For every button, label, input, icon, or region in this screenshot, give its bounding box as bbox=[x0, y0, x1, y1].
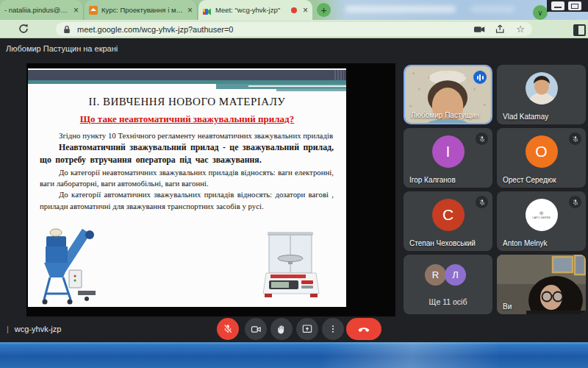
blurred-background-window bbox=[345, 6, 456, 13]
participant-tile-lyubomyr[interactable]: Любомир Пастущин bbox=[404, 65, 492, 124]
participant-tile-orest[interactable]: О Орест Середюк bbox=[497, 128, 586, 188]
slide-heading: Що таке неавтоматичний зважувальний прил… bbox=[28, 113, 346, 125]
camera-button[interactable] bbox=[245, 318, 267, 340]
end-call-button[interactable] bbox=[346, 318, 381, 340]
bookmark-star-icon[interactable]: ☆ bbox=[516, 24, 525, 35]
avatar-logo: ✳ CAPO-SERRE bbox=[526, 199, 558, 231]
tab-strip: - nataliia.pindus@nung.edu × Курс: Проек… bbox=[0, 0, 588, 20]
participant-tile-stepan[interactable]: С Степан Чеховський bbox=[404, 191, 492, 251]
laboratory-balance-image bbox=[260, 230, 322, 304]
participant-tile-vlad[interactable]: Vlad Katamay bbox=[497, 65, 586, 124]
reload-icon[interactable] bbox=[18, 23, 29, 35]
divider: | bbox=[7, 325, 9, 333]
close-icon[interactable]: × bbox=[74, 6, 79, 15]
blurred-background-window bbox=[470, 6, 514, 13]
tab-mail[interactable]: - nataliia.pindus@nung.edu × bbox=[0, 0, 84, 20]
slide-paragraph: До категорії неавтоматичних зважувальних… bbox=[40, 167, 334, 190]
slide-header-band bbox=[28, 70, 346, 80]
participant-tile-anton[interactable]: ✳ CAPO-SERRE Anton Melnyk bbox=[497, 191, 586, 251]
tab-label: Meet: "wcg-yhvk-jzp" bbox=[215, 6, 290, 14]
industrial-weighing-machine-image bbox=[37, 223, 110, 305]
participant-tile-others[interactable]: R Л Ще 11 осіб bbox=[404, 255, 492, 314]
participant-name: Любомир Пастущин bbox=[411, 111, 479, 119]
audio-level-icon bbox=[473, 71, 487, 84]
meet-favicon-icon bbox=[203, 6, 212, 15]
avatar: С bbox=[432, 199, 465, 231]
overflow-avatars: R Л bbox=[404, 264, 492, 286]
participant-name: Vlad Katamay bbox=[503, 113, 548, 121]
more-options-button[interactable] bbox=[322, 318, 344, 340]
participant-tile-ihor[interactable]: І Ігор Калганов bbox=[404, 128, 492, 188]
tab-course[interactable]: Курс: Проектування і метролог × bbox=[85, 0, 198, 20]
mic-off-icon bbox=[569, 132, 581, 145]
participant-name: Ви bbox=[503, 302, 512, 311]
browser-toolbar: meet.google.com/wcg-yhvk-jzp?authuser=0 … bbox=[0, 20, 588, 38]
others-count-label: Ще 11 осіб bbox=[404, 297, 492, 306]
mic-off-icon bbox=[569, 196, 581, 208]
raise-hand-button[interactable] bbox=[270, 318, 293, 340]
lock-icon bbox=[63, 25, 71, 34]
tab-camera-in-use-icon[interactable] bbox=[474, 25, 485, 34]
participant-name: Степан Чеховський bbox=[409, 239, 476, 247]
meeting-code: | wcg-yhvk-jzp bbox=[7, 325, 61, 333]
slide-paragraph: До категорії автоматичних зважувальних п… bbox=[40, 189, 334, 212]
slide-paragraph: Згідно пункту 10 Технічного регламенту н… bbox=[40, 130, 334, 141]
mic-mute-button[interactable] bbox=[217, 318, 239, 340]
close-icon[interactable]: × bbox=[303, 6, 308, 15]
presenting-banner: Любомир Пастущин на екрані bbox=[6, 44, 118, 53]
presentation-slide: ІІ. ВИВЧЕННЯ НОВОГО МАТЕРІАЛУ Що таке не… bbox=[28, 68, 346, 307]
address-bar[interactable]: meet.google.com/wcg-yhvk-jzp?authuser=0 … bbox=[56, 22, 532, 36]
avatar: О bbox=[526, 135, 558, 168]
new-tab-button[interactable]: + bbox=[317, 3, 331, 17]
participant-tile-self[interactable]: Ви bbox=[497, 255, 586, 314]
slide-body: Згідно пункту 10 Технічного регламенту н… bbox=[40, 130, 334, 212]
share-icon[interactable] bbox=[495, 24, 506, 34]
slide-paragraph-bold: Неавтоматичний зважувальний прилад - це … bbox=[40, 141, 334, 166]
window-maximize-button[interactable] bbox=[568, 1, 581, 10]
shared-screen: ІІ. ВИВЧЕННЯ НОВОГО МАТЕРІАЛУ Що таке не… bbox=[26, 63, 395, 316]
present-screen-button[interactable] bbox=[296, 318, 318, 340]
avatar: І bbox=[432, 135, 465, 168]
avatar: R bbox=[425, 264, 446, 286]
tab-label: Курс: Проектування і метролог bbox=[101, 6, 184, 14]
avatar: Л bbox=[445, 264, 466, 286]
tab-meet[interactable]: Meet: "wcg-yhvk-jzp" × bbox=[198, 0, 312, 20]
participant-name: Ігор Калганов bbox=[409, 176, 456, 184]
slide-title: ІІ. ВИВЧЕННЯ НОВОГО МАТЕРІАЛУ bbox=[28, 96, 346, 108]
window-controls bbox=[547, 0, 588, 12]
mic-off-icon bbox=[476, 196, 488, 208]
tab-search-chevron-icon[interactable]: ∨ bbox=[533, 5, 548, 20]
logo-mark-icon: ✳ bbox=[539, 210, 545, 216]
recording-dot-icon bbox=[291, 7, 297, 13]
side-panel-icon[interactable] bbox=[573, 24, 586, 36]
course-favicon-icon bbox=[89, 6, 98, 15]
meeting-code-text: wcg-yhvk-jzp bbox=[15, 325, 62, 333]
close-icon[interactable]: × bbox=[187, 6, 193, 15]
participant-name: Anton Melnyk bbox=[503, 239, 548, 247]
window-minimize-button[interactable] bbox=[551, 1, 564, 10]
screen: - nataliia.pindus@nung.edu × Курс: Проек… bbox=[0, 0, 588, 368]
meet-control-bar: | wcg-yhvk-jzp 20 bbox=[0, 316, 588, 342]
url-text: meet.google.com/wcg-yhvk-jzp?authuser=0 bbox=[77, 25, 464, 34]
tab-label: - nataliia.pindus@nung.edu bbox=[4, 6, 71, 14]
participant-name: Орест Середюк bbox=[503, 176, 556, 184]
mic-off-icon bbox=[476, 132, 488, 145]
windows-taskbar: e ▶ N H W P EN ? ▲ ⚑ 19 bbox=[0, 342, 588, 368]
logo-text: CAPO-SERRE bbox=[532, 216, 551, 219]
slide-white-line bbox=[248, 85, 346, 87]
slide-teal-step2 bbox=[276, 89, 346, 91]
avatar bbox=[526, 72, 558, 105]
